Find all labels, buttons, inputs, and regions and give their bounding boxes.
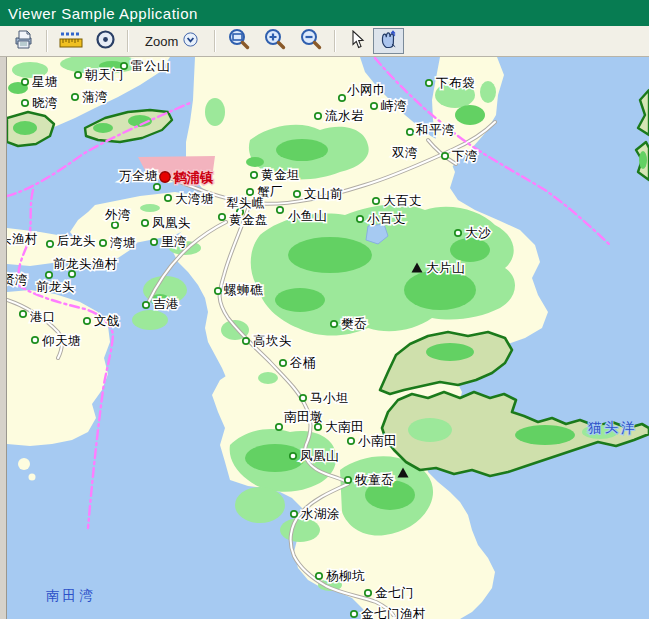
village-marker bbox=[121, 63, 127, 69]
village-marker bbox=[151, 239, 157, 245]
village-marker bbox=[219, 214, 225, 220]
map-canvas[interactable]: 星塘晓湾朝天门蒲湾雷公山小网巾峙湾流水岩下布袋和平湾下湾双湾万全塘鹤浦镇大湾塘外… bbox=[7, 57, 649, 619]
map-place-label: 黄金盘 bbox=[229, 212, 268, 227]
village-marker bbox=[345, 477, 351, 483]
map-place-label: 小鱼山 bbox=[288, 208, 327, 223]
map-place-label: 大湾塘 bbox=[175, 191, 214, 206]
toolbar-separator bbox=[127, 30, 129, 52]
toolbar-separator bbox=[46, 30, 48, 52]
map-place-label: 文山前 bbox=[304, 186, 343, 201]
toolbar-separator bbox=[214, 30, 216, 52]
village-marker bbox=[316, 573, 322, 579]
village-marker bbox=[100, 240, 106, 246]
cursor-arrow-icon bbox=[348, 30, 365, 52]
map-place-label: 下布袋 bbox=[436, 75, 475, 90]
app-title: Viewer Sample Application bbox=[0, 5, 198, 22]
map-place-label: 下湾 bbox=[452, 148, 478, 163]
map-place-label: 蒲湾 bbox=[82, 89, 108, 104]
village-marker bbox=[407, 129, 413, 135]
map-place-label: 南田湾 bbox=[46, 587, 96, 603]
map-place-label: 大沙 bbox=[465, 225, 491, 240]
map-place-label: 贤湾 bbox=[7, 272, 28, 287]
map-place-label: 小百丈 bbox=[367, 211, 406, 226]
select-button[interactable] bbox=[343, 28, 369, 54]
map-place-label: 鹤浦镇 bbox=[172, 169, 214, 185]
village-marker bbox=[331, 321, 337, 327]
village-marker bbox=[215, 288, 221, 294]
map-place-label: 犁头嶕 bbox=[226, 195, 265, 210]
map-place-label: 文戗 bbox=[94, 313, 120, 328]
map-place-label: 和平湾 bbox=[415, 122, 455, 137]
circle-target-icon bbox=[95, 29, 116, 53]
village-marker bbox=[277, 207, 283, 213]
village-marker bbox=[142, 220, 148, 226]
map-place-label: 星塘 bbox=[32, 74, 58, 89]
village-marker bbox=[357, 216, 363, 222]
village-marker bbox=[22, 79, 28, 85]
zoom-box-button[interactable] bbox=[223, 28, 255, 54]
zoom-out-icon bbox=[299, 28, 323, 54]
village-marker bbox=[154, 184, 160, 190]
village-marker bbox=[20, 311, 26, 317]
village-marker bbox=[365, 590, 371, 596]
printer-icon bbox=[12, 29, 35, 53]
map-place-label: 螺蛳礁 bbox=[224, 282, 263, 297]
map-place-label: 大南田 bbox=[325, 419, 364, 434]
village-marker bbox=[22, 100, 28, 106]
measure-circle-button[interactable] bbox=[91, 28, 120, 54]
village-marker bbox=[373, 198, 379, 204]
measure-distance-button[interactable] bbox=[55, 28, 87, 54]
map-place-label: 万全塘 bbox=[119, 168, 158, 183]
map-place-label: 外湾 bbox=[105, 207, 131, 222]
village-marker bbox=[291, 511, 297, 517]
toolbar-separator bbox=[334, 30, 336, 52]
zoom-menu-label: Zoom bbox=[145, 34, 178, 49]
map-place-label: 雷公山 bbox=[131, 58, 170, 73]
map-place-label: 小网巾 bbox=[347, 82, 386, 97]
map-place-label: 杨柳坑 bbox=[326, 568, 365, 583]
pan-button[interactable] bbox=[373, 28, 404, 54]
map-place-label: 凤凰山 bbox=[300, 448, 339, 463]
map-place-label: 黄金坦 bbox=[261, 167, 300, 182]
map-place-label: 高坎头 bbox=[253, 333, 292, 348]
village-marker bbox=[243, 338, 249, 344]
village-marker bbox=[442, 153, 448, 159]
zoom-menu-button[interactable]: Zoom bbox=[136, 28, 207, 54]
village-marker bbox=[300, 395, 306, 401]
map-place-label: 前龙头渔村 bbox=[53, 256, 118, 271]
toolbar: Zoom bbox=[0, 26, 649, 57]
zoom-in-button[interactable] bbox=[259, 28, 291, 54]
zoom-out-button[interactable] bbox=[295, 28, 327, 54]
map-place-label: 金七门渔村 bbox=[361, 606, 426, 619]
map-place-label: 水湖涂 bbox=[301, 506, 340, 521]
village-marker bbox=[371, 103, 377, 109]
map-place-label: 吉港 bbox=[153, 296, 179, 311]
village-marker bbox=[426, 80, 432, 86]
village-marker bbox=[69, 271, 75, 277]
print-button[interactable] bbox=[8, 28, 39, 54]
map-place-label: 峙湾 bbox=[381, 98, 407, 113]
map-left-border bbox=[0, 57, 7, 619]
map-viewport[interactable]: 星塘晓湾朝天门蒲湾雷公山小网巾峙湾流水岩下布袋和平湾下湾双湾万全塘鹤浦镇大湾塘外… bbox=[0, 57, 649, 619]
village-marker bbox=[315, 424, 321, 430]
map-place-label: 谷桶 bbox=[290, 355, 316, 370]
village-marker bbox=[294, 191, 300, 197]
village-marker bbox=[348, 438, 354, 444]
zoom-in-icon bbox=[263, 28, 287, 54]
map-place-label: 晓湾 bbox=[32, 95, 58, 110]
village-marker bbox=[32, 337, 38, 343]
village-marker bbox=[84, 318, 90, 324]
map-place-label: 樊岙 bbox=[341, 316, 367, 331]
map-place-label: 凤凰头 bbox=[152, 215, 191, 230]
village-marker bbox=[165, 195, 171, 201]
map-place-label: 仰天塘 bbox=[41, 333, 81, 348]
map-place-label: 前龙头 bbox=[36, 279, 75, 294]
map-place-label: 里湾 bbox=[161, 234, 187, 249]
ruler-icon bbox=[59, 30, 83, 52]
map-place-label: 金七门 bbox=[375, 585, 414, 600]
map-place-label: 湾塘 bbox=[110, 235, 136, 250]
village-marker bbox=[46, 272, 52, 278]
village-marker bbox=[251, 172, 257, 178]
map-place-label: 流水岩 bbox=[325, 108, 364, 123]
village-marker bbox=[112, 222, 118, 228]
